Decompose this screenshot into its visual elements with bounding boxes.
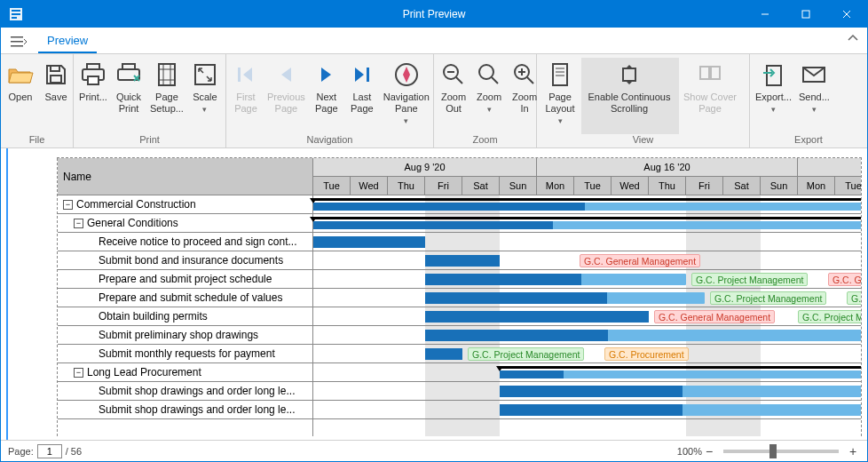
scale-button[interactable]: Scale ▾ xyxy=(187,58,223,134)
last-page-icon xyxy=(348,60,376,89)
svg-rect-8 xyxy=(11,36,23,38)
day-header: Tue xyxy=(574,177,612,195)
zoom-level: 100% xyxy=(677,446,702,457)
svg-line-31 xyxy=(492,77,498,84)
collapse-toggle[interactable]: − xyxy=(63,200,73,210)
task-name: General Conditions xyxy=(87,217,178,229)
task-name: Commercial Construction xyxy=(76,198,196,211)
chevron-down-icon: ▾ xyxy=(812,104,817,116)
quick-print-label: Quick Print xyxy=(116,92,141,115)
task-bar xyxy=(425,274,686,285)
svg-line-28 xyxy=(456,77,462,84)
task-bar xyxy=(313,236,425,248)
task-row: Obtain building permits xyxy=(58,307,312,326)
print-label: Print... xyxy=(79,92,107,103)
svg-rect-15 xyxy=(88,76,99,84)
first-page-icon xyxy=(232,60,260,89)
zoom-minus-button[interactable]: − xyxy=(702,444,716,458)
task-bar xyxy=(425,348,462,360)
summary-bar xyxy=(313,198,861,201)
open-button[interactable]: Open xyxy=(3,58,38,134)
day-header: Mon xyxy=(537,177,574,195)
chevron-down-icon: ▾ xyxy=(487,104,492,116)
ribbon-collapse-button[interactable] xyxy=(848,33,858,45)
svg-point-30 xyxy=(479,65,493,79)
task-name: Submit preliminary shop drawings xyxy=(99,329,258,341)
show-cover-page-button[interactable]: Show Cover Page xyxy=(679,58,741,134)
group-label-export: Export xyxy=(750,134,867,148)
zoom-slider[interactable] xyxy=(723,450,839,453)
scale-label: Scale xyxy=(193,92,217,103)
zoom-plus-button[interactable]: + xyxy=(846,444,860,458)
task-bar xyxy=(500,386,861,397)
gantt-row xyxy=(313,233,861,251)
week-header: Aug 23 '20 xyxy=(798,158,861,176)
save-button[interactable]: Save xyxy=(38,58,74,134)
zoom-out-icon xyxy=(439,60,468,89)
svg-rect-36 xyxy=(553,64,567,85)
zoom-slider-thumb[interactable] xyxy=(769,444,777,458)
chevron-down-icon: ▾ xyxy=(771,104,776,116)
page-label: Page: xyxy=(8,446,34,457)
gantt-row xyxy=(313,195,861,214)
week-header: Aug 16 '20 xyxy=(537,158,798,176)
status-bar: Page: / 56 100% − + xyxy=(1,440,867,461)
last-page-button[interactable]: Last Page xyxy=(344,58,380,134)
page-layout-button[interactable]: Page Layout ▾ xyxy=(539,58,581,134)
task-name: Submit bond and insurance documents xyxy=(99,254,283,267)
svg-rect-24 xyxy=(238,68,241,82)
resource-tag: G.C. General Management xyxy=(828,273,861,286)
tab-preview[interactable]: Preview xyxy=(38,28,97,53)
folder-open-icon xyxy=(6,60,35,89)
task-row: Prepare and submit schedule of values xyxy=(58,289,312,307)
chevron-down-icon: ▾ xyxy=(404,116,408,127)
zoom-in-button[interactable]: Zoom In xyxy=(507,58,542,134)
collapse-toggle[interactable]: − xyxy=(74,219,83,228)
task-row: Submit shop drawings and order long le..… xyxy=(58,401,312,419)
task-name: Prepare and submit schedule of values xyxy=(99,291,282,304)
svg-rect-40 xyxy=(623,68,635,81)
send-button[interactable]: Send... ▾ xyxy=(795,58,833,134)
task-name: Submit shop drawings and order long le..… xyxy=(99,385,295,397)
page-number-input[interactable] xyxy=(37,444,62,458)
export-button[interactable]: Export... ▾ xyxy=(752,58,795,134)
day-header: Thu xyxy=(649,177,686,195)
svg-rect-10 xyxy=(11,45,23,47)
page-total: / 56 xyxy=(66,446,82,457)
page-layout-icon xyxy=(546,60,574,89)
first-page-button[interactable]: First Page xyxy=(228,58,264,134)
day-header: Wed xyxy=(351,177,388,195)
task-row: Submit shop drawings and order long le..… xyxy=(58,382,312,401)
quick-menu-button[interactable] xyxy=(6,30,31,53)
collapse-toggle[interactable]: − xyxy=(74,368,83,378)
svg-line-33 xyxy=(527,77,533,84)
zoom-out-button[interactable]: Zoom Out xyxy=(436,58,471,134)
svg-rect-12 xyxy=(51,76,61,83)
day-header: Tue xyxy=(835,177,861,195)
quick-print-button[interactable]: Quick Print xyxy=(111,58,146,134)
chevron-down-icon: ▾ xyxy=(202,104,207,116)
next-page-icon xyxy=(312,60,341,89)
continuous-scrolling-button[interactable]: Enable Continuous Scrolling xyxy=(581,58,677,134)
resource-tag: G.C. Project Management xyxy=(691,273,808,286)
envelope-icon xyxy=(800,60,828,89)
group-label-view: View xyxy=(537,134,749,148)
task-row: −General Conditions xyxy=(58,214,312,233)
gantt-row xyxy=(313,401,861,419)
preview-area[interactable]: Name −Commercial Construction−General Co… xyxy=(1,148,867,440)
navigation-pane-button[interactable]: Navigation Pane ▾ xyxy=(380,58,433,134)
gantt-row: G.C. Project ManagementG.C. Scheduler xyxy=(313,289,861,307)
day-header: Sat xyxy=(723,177,761,195)
resource-tag: G.C. General Management xyxy=(654,310,775,323)
resource-tag: G.C. Procurement xyxy=(604,347,689,361)
next-page-button[interactable]: Next Page xyxy=(309,58,344,134)
task-bar xyxy=(500,404,861,416)
previous-page-button[interactable]: Previous Page xyxy=(264,58,309,134)
task-bar xyxy=(500,370,861,378)
zoom-button[interactable]: Zoom ▾ xyxy=(471,58,507,134)
svg-rect-23 xyxy=(195,65,215,84)
task-name: Submit monthly requests for payment xyxy=(99,347,275,360)
task-name: Obtain building permits xyxy=(99,310,208,323)
page-setup-button[interactable]: Page Setup... xyxy=(146,58,187,134)
print-button[interactable]: Print... xyxy=(75,58,111,134)
